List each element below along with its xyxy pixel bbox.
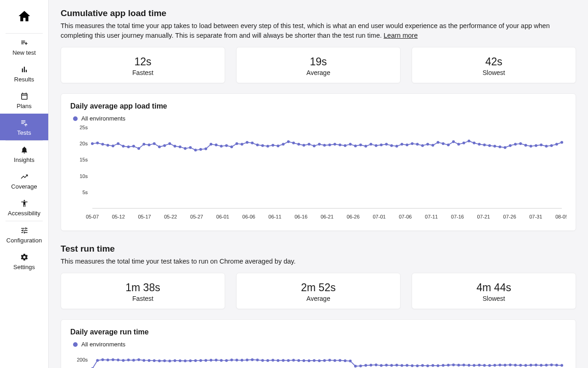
svg-point-200	[514, 364, 517, 367]
sidebar-item-insights[interactable]: Insights	[0, 141, 48, 167]
svg-point-170	[359, 364, 362, 367]
svg-point-176	[390, 364, 393, 367]
svg-point-112	[540, 144, 543, 146]
svg-point-71	[328, 144, 331, 146]
svg-point-75	[349, 143, 352, 146]
svg-point-47	[204, 147, 207, 150]
svg-point-123	[117, 359, 119, 362]
svg-point-46	[199, 148, 202, 151]
svg-point-196	[493, 364, 496, 367]
svg-point-32	[127, 145, 130, 148]
svg-point-208	[555, 364, 558, 367]
home-icon[interactable]	[17, 9, 31, 25]
svg-point-90	[426, 143, 429, 146]
svg-point-168	[349, 360, 352, 362]
stat-value: 12s	[134, 56, 151, 68]
sidebar-item-label: Configuration	[6, 237, 42, 244]
svg-point-108	[519, 142, 522, 145]
stat-card-average: 19s Average	[236, 47, 401, 83]
svg-point-110	[530, 145, 532, 148]
svg-point-137	[189, 359, 192, 362]
svg-point-207	[550, 363, 553, 366]
svg-point-113	[545, 145, 548, 148]
svg-point-155	[282, 359, 285, 362]
accessibility-icon	[20, 198, 28, 208]
sidebar-item-plans[interactable]: Plans	[0, 87, 48, 114]
sidebar-item-settings[interactable]: Settings	[0, 248, 48, 275]
svg-point-191	[468, 364, 470, 367]
svg-point-149	[251, 358, 254, 361]
svg-point-70	[323, 144, 326, 147]
svg-point-27	[101, 143, 104, 146]
svg-text:06-01: 06-01	[216, 214, 229, 219]
svg-point-84	[396, 145, 398, 148]
sidebar-item-configuration[interactable]: Configuration	[0, 221, 48, 248]
svg-point-160	[308, 359, 311, 362]
svg-point-89	[421, 144, 424, 147]
sidebar-item-tests[interactable]: Tests	[0, 114, 48, 140]
svg-point-158	[297, 359, 300, 362]
svg-point-194	[483, 364, 486, 367]
svg-point-51	[225, 144, 228, 147]
svg-point-61	[277, 144, 279, 147]
chart-title: Daily average app load time	[70, 102, 566, 110]
svg-point-49	[215, 144, 218, 146]
svg-point-195	[488, 364, 491, 367]
svg-point-80	[375, 144, 378, 147]
svg-point-50	[220, 145, 223, 148]
chart-area[interactable]: 5s10s15s20s25s05-0705-1205-1705-2205-270…	[70, 125, 566, 221]
svg-point-100	[478, 143, 481, 146]
svg-point-37	[153, 142, 156, 145]
svg-point-55	[246, 141, 249, 144]
stats-row-run-time: 1m 38s Fastest 2m 52s Average 4m 44s Slo…	[61, 273, 576, 309]
svg-text:05-22: 05-22	[164, 214, 177, 219]
svg-point-179	[406, 364, 408, 367]
sidebar-item-label: Plans	[17, 103, 32, 109]
svg-point-150	[256, 359, 259, 362]
svg-point-58	[261, 144, 264, 147]
svg-point-151	[261, 359, 264, 362]
svg-point-133	[168, 360, 171, 362]
learn-more-link[interactable]: Learn more	[384, 32, 418, 39]
svg-point-64	[292, 142, 295, 144]
stat-card-fastest: 12s Fastest	[61, 47, 225, 83]
svg-text:06-26: 06-26	[347, 214, 360, 219]
sidebar-item-new-test[interactable]: New test	[0, 34, 48, 60]
stat-label: Average	[306, 295, 330, 302]
trending-up-icon	[20, 172, 28, 182]
svg-text:07-21: 07-21	[477, 214, 490, 219]
stat-card-average: 2m 52s Average	[236, 273, 401, 309]
chart-card-run-time: Daily average run time All environments …	[61, 319, 576, 368]
svg-point-116	[560, 141, 563, 144]
svg-point-77	[359, 144, 362, 146]
svg-point-177	[396, 364, 398, 367]
svg-text:05-12: 05-12	[112, 214, 125, 219]
sidebar-item-coverage[interactable]: Coverage	[0, 167, 48, 194]
svg-point-126	[132, 359, 135, 362]
sidebar-item-label: Tests	[17, 129, 31, 136]
svg-text:05-17: 05-17	[138, 214, 151, 219]
sidebar-item-label: New test	[12, 49, 36, 56]
svg-point-82	[385, 143, 388, 146]
stat-label: Slowest	[482, 69, 505, 76]
svg-point-48	[209, 143, 212, 146]
section-title-app-load: Cumulative app load time	[61, 8, 576, 18]
svg-point-136	[184, 360, 187, 362]
svg-point-203	[530, 364, 532, 367]
svg-text:07-06: 07-06	[399, 214, 412, 219]
svg-point-127	[137, 358, 140, 361]
svg-point-209	[560, 364, 563, 367]
tune-icon	[20, 225, 28, 236]
chart-area[interactable]: 200s	[70, 351, 566, 368]
svg-point-65	[297, 143, 300, 146]
svg-point-181	[416, 364, 419, 367]
sidebar-item-results[interactable]: Results	[0, 60, 48, 87]
chart-legend: All environments	[73, 341, 566, 348]
sidebar-item-accessibility[interactable]: Accessibility	[0, 194, 48, 221]
svg-point-25	[91, 142, 94, 145]
svg-text:07-26: 07-26	[503, 214, 516, 219]
svg-text:06-11: 06-11	[268, 214, 281, 219]
svg-text:25s: 25s	[79, 125, 88, 130]
svg-point-31	[122, 145, 124, 148]
svg-point-105	[503, 146, 506, 149]
